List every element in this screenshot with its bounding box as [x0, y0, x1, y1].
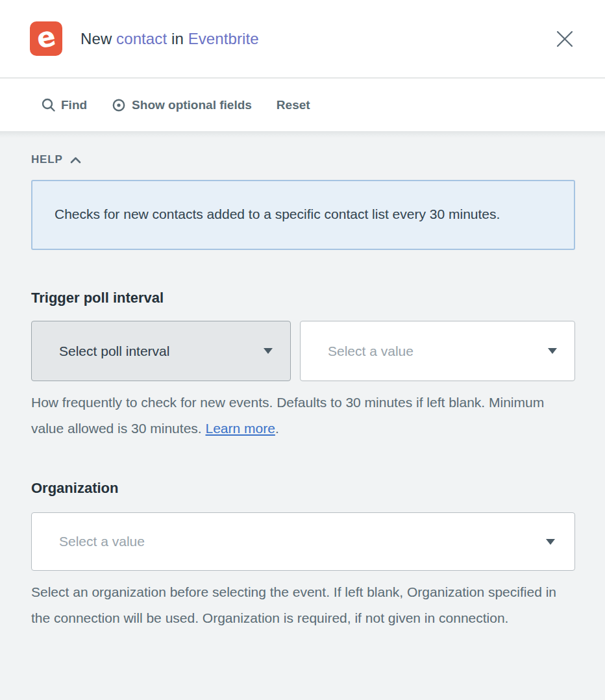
trigger-config-panel: e New contact in Eventbrite Find — [0, 0, 605, 700]
poll-interval-help-after: . — [275, 421, 279, 436]
eye-icon — [112, 98, 126, 112]
help-description-box: Checks for new contacts added to a speci… — [31, 180, 575, 250]
form-content: HELP Checks for new contacts added to a … — [0, 131, 605, 700]
panel-title: New contact in Eventbrite — [80, 30, 259, 48]
caret-down-icon — [546, 539, 555, 545]
poll-interval-field-label: Trigger poll interval — [31, 290, 575, 306]
panel-toolbar: Find Show optional fields Reset — [0, 79, 605, 131]
close-button[interactable] — [554, 29, 575, 49]
help-description-text: Checks for new contacts added to a speci… — [55, 206, 500, 221]
find-button[interactable]: Find — [42, 98, 87, 112]
poll-interval-help-text: How frequently to check for new events. … — [31, 390, 565, 442]
search-icon — [42, 98, 55, 112]
show-optional-fields-button[interactable]: Show optional fields — [112, 98, 252, 112]
panel-header: e New contact in Eventbrite — [0, 0, 605, 79]
poll-interval-help-before: How frequently to check for new events. … — [31, 395, 544, 436]
chevron-up-icon — [70, 156, 81, 164]
caret-down-icon — [264, 348, 273, 354]
close-icon — [556, 31, 573, 47]
poll-interval-value-select[interactable]: Select a value — [300, 321, 575, 381]
poll-interval-unit-select[interactable]: Select poll interval — [31, 321, 291, 381]
organization-select[interactable]: Select a value — [31, 512, 575, 571]
title-app-link[interactable]: Eventbrite — [188, 30, 259, 47]
organization-field-label: Organization — [31, 480, 575, 497]
caret-down-icon — [548, 348, 557, 354]
poll-interval-select-row: Select poll interval Select a value — [31, 321, 575, 381]
poll-interval-value-placeholder: Select a value — [328, 344, 414, 359]
eventbrite-logo-letter: e — [34, 20, 58, 55]
title-event-link[interactable]: contact — [116, 30, 167, 47]
help-section-toggle[interactable]: HELP — [31, 153, 81, 166]
show-optional-fields-label: Show optional fields — [132, 98, 252, 112]
organization-placeholder: Select a value — [59, 534, 145, 549]
title-connector: in — [171, 30, 184, 47]
learn-more-link[interactable]: Learn more — [205, 421, 275, 436]
reset-button[interactable]: Reset — [277, 98, 310, 112]
title-prefix: New — [80, 30, 112, 47]
eventbrite-logo-icon: e — [30, 21, 62, 56]
reset-label: Reset — [277, 98, 310, 112]
help-label: HELP — [31, 153, 63, 166]
poll-interval-unit-placeholder: Select poll interval — [59, 344, 169, 359]
find-label: Find — [61, 98, 87, 112]
organization-help-text: Select an organization before selecting … — [31, 579, 565, 631]
